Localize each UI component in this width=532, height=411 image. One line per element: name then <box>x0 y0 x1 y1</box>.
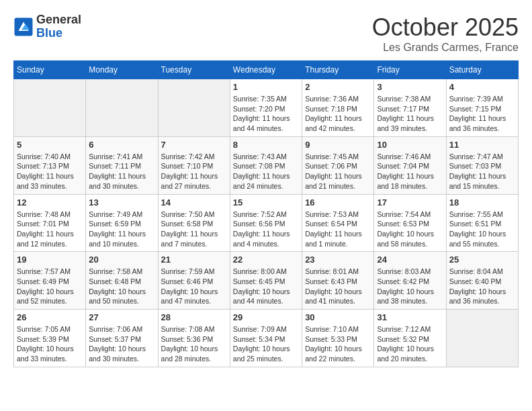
logo-text: General Blue <box>36 13 81 40</box>
day-info: Sunrise: 7:05 AM Sunset: 5:39 PM Dayligh… <box>17 324 83 364</box>
calendar-cell: 16Sunrise: 7:53 AM Sunset: 6:54 PM Dayli… <box>302 194 374 252</box>
page-header: General Blue October 2025 Les Grands Car… <box>13 13 519 54</box>
calendar-cell: 22Sunrise: 8:00 AM Sunset: 6:45 PM Dayli… <box>230 252 302 310</box>
calendar-week-row: 12Sunrise: 7:48 AM Sunset: 7:01 PM Dayli… <box>14 194 519 252</box>
day-number: 30 <box>305 312 371 322</box>
day-info: Sunrise: 8:03 AM Sunset: 6:42 PM Dayligh… <box>377 267 443 306</box>
day-info: Sunrise: 7:35 AM Sunset: 7:20 PM Dayligh… <box>233 94 299 134</box>
logo-general-text: General <box>36 13 81 27</box>
day-info: Sunrise: 7:46 AM Sunset: 7:04 PM Dayligh… <box>377 152 443 191</box>
day-number: 8 <box>233 140 299 150</box>
calendar-cell: 5Sunrise: 7:40 AM Sunset: 7:13 PM Daylig… <box>14 136 86 194</box>
calendar-cell: 25Sunrise: 8:04 AM Sunset: 6:40 PM Dayli… <box>446 252 518 310</box>
day-number: 28 <box>161 312 227 322</box>
weekday-header-wednesday: Wednesday <box>230 61 302 79</box>
calendar-cell: 21Sunrise: 7:59 AM Sunset: 6:46 PM Dayli… <box>158 252 230 310</box>
calendar-table: SundayMondayTuesdayWednesdayThursdayFrid… <box>13 60 519 367</box>
day-number: 24 <box>377 255 443 265</box>
calendar-cell: 26Sunrise: 7:05 AM Sunset: 5:39 PM Dayli… <box>14 310 86 367</box>
weekday-header-friday: Friday <box>374 61 446 79</box>
calendar-week-row: 19Sunrise: 7:57 AM Sunset: 6:49 PM Dayli… <box>14 252 519 310</box>
day-info: Sunrise: 8:00 AM Sunset: 6:45 PM Dayligh… <box>233 267 299 306</box>
day-number: 29 <box>233 312 299 322</box>
day-number: 4 <box>449 82 515 92</box>
day-number: 15 <box>233 197 299 208</box>
day-info: Sunrise: 7:47 AM Sunset: 7:03 PM Dayligh… <box>449 152 515 191</box>
day-info: Sunrise: 7:10 AM Sunset: 5:33 PM Dayligh… <box>305 324 371 364</box>
calendar-cell: 27Sunrise: 7:06 AM Sunset: 5:37 PM Dayli… <box>86 310 158 367</box>
calendar-cell: 1Sunrise: 7:35 AM Sunset: 7:20 PM Daylig… <box>230 79 302 137</box>
day-info: Sunrise: 7:41 AM Sunset: 7:11 PM Dayligh… <box>89 152 154 191</box>
day-number: 3 <box>377 82 443 92</box>
day-number: 5 <box>17 140 83 150</box>
day-number: 10 <box>377 140 443 150</box>
calendar-week-row: 1Sunrise: 7:35 AM Sunset: 7:20 PM Daylig… <box>14 79 519 137</box>
day-number: 9 <box>305 140 371 150</box>
calendar-cell: 19Sunrise: 7:57 AM Sunset: 6:49 PM Dayli… <box>14 252 86 310</box>
day-number: 18 <box>449 197 515 208</box>
calendar-cell: 3Sunrise: 7:38 AM Sunset: 7:17 PM Daylig… <box>374 79 446 137</box>
logo-blue-text: Blue <box>36 27 81 40</box>
weekday-header-monday: Monday <box>86 61 158 79</box>
calendar-cell: 17Sunrise: 7:54 AM Sunset: 6:53 PM Dayli… <box>374 194 446 252</box>
calendar-cell: 14Sunrise: 7:50 AM Sunset: 6:58 PM Dayli… <box>158 194 230 252</box>
day-info: Sunrise: 7:36 AM Sunset: 7:18 PM Dayligh… <box>305 94 371 134</box>
calendar-cell: 2Sunrise: 7:36 AM Sunset: 7:18 PM Daylig… <box>302 79 374 137</box>
day-info: Sunrise: 7:39 AM Sunset: 7:15 PM Dayligh… <box>449 94 515 134</box>
calendar-cell <box>158 79 230 137</box>
day-info: Sunrise: 7:12 AM Sunset: 5:32 PM Dayligh… <box>377 324 443 364</box>
day-number: 7 <box>161 140 227 150</box>
day-info: Sunrise: 7:59 AM Sunset: 6:46 PM Dayligh… <box>161 267 227 306</box>
day-number: 2 <box>305 82 371 92</box>
day-number: 19 <box>17 255 83 265</box>
day-info: Sunrise: 7:55 AM Sunset: 6:51 PM Dayligh… <box>449 210 515 249</box>
calendar-cell: 30Sunrise: 7:10 AM Sunset: 5:33 PM Dayli… <box>302 310 374 367</box>
day-info: Sunrise: 7:06 AM Sunset: 5:37 PM Dayligh… <box>89 324 154 364</box>
day-number: 16 <box>305 197 371 208</box>
day-info: Sunrise: 7:09 AM Sunset: 5:34 PM Dayligh… <box>233 324 299 364</box>
day-info: Sunrise: 7:50 AM Sunset: 6:58 PM Dayligh… <box>161 210 227 249</box>
day-number: 26 <box>17 312 83 322</box>
calendar-cell: 13Sunrise: 7:49 AM Sunset: 6:59 PM Dayli… <box>86 194 158 252</box>
day-info: Sunrise: 7:57 AM Sunset: 6:49 PM Dayligh… <box>17 267 83 306</box>
day-number: 12 <box>17 197 83 208</box>
calendar-cell: 15Sunrise: 7:52 AM Sunset: 6:56 PM Dayli… <box>230 194 302 252</box>
day-info: Sunrise: 7:42 AM Sunset: 7:10 PM Dayligh… <box>161 152 227 191</box>
weekday-header-sunday: Sunday <box>14 61 86 79</box>
calendar-cell: 20Sunrise: 7:58 AM Sunset: 6:48 PM Dayli… <box>86 252 158 310</box>
day-number: 23 <box>305 255 371 265</box>
day-info: Sunrise: 7:40 AM Sunset: 7:13 PM Dayligh… <box>17 152 83 191</box>
calendar-cell: 8Sunrise: 7:43 AM Sunset: 7:08 PM Daylig… <box>230 136 302 194</box>
day-number: 22 <box>233 255 299 265</box>
calendar-cell: 4Sunrise: 7:39 AM Sunset: 7:15 PM Daylig… <box>446 79 518 137</box>
calendar-cell <box>446 310 518 367</box>
day-number: 6 <box>89 140 154 150</box>
calendar-week-row: 26Sunrise: 7:05 AM Sunset: 5:39 PM Dayli… <box>14 310 519 367</box>
calendar-week-row: 5Sunrise: 7:40 AM Sunset: 7:13 PM Daylig… <box>14 136 519 194</box>
day-info: Sunrise: 8:01 AM Sunset: 6:43 PM Dayligh… <box>305 267 371 306</box>
day-number: 13 <box>89 197 154 208</box>
calendar-location: Les Grands Carmes, France <box>372 42 519 54</box>
day-number: 25 <box>449 255 515 265</box>
day-info: Sunrise: 7:52 AM Sunset: 6:56 PM Dayligh… <box>233 210 299 249</box>
calendar-cell: 28Sunrise: 7:08 AM Sunset: 5:36 PM Dayli… <box>158 310 230 367</box>
calendar-cell <box>14 79 86 137</box>
day-info: Sunrise: 7:38 AM Sunset: 7:17 PM Dayligh… <box>377 94 443 134</box>
day-number: 1 <box>233 82 299 92</box>
day-number: 11 <box>449 140 515 150</box>
calendar-cell: 10Sunrise: 7:46 AM Sunset: 7:04 PM Dayli… <box>374 136 446 194</box>
day-info: Sunrise: 8:04 AM Sunset: 6:40 PM Dayligh… <box>449 267 515 306</box>
weekday-header-row: SundayMondayTuesdayWednesdayThursdayFrid… <box>14 61 519 79</box>
weekday-header-thursday: Thursday <box>302 61 374 79</box>
calendar-title: October 2025 <box>372 13 519 42</box>
calendar-cell: 11Sunrise: 7:47 AM Sunset: 7:03 PM Dayli… <box>446 136 518 194</box>
logo: General Blue <box>13 13 81 40</box>
title-block: October 2025 Les Grands Carmes, France <box>372 13 519 54</box>
logo-icon <box>13 17 34 37</box>
day-info: Sunrise: 7:54 AM Sunset: 6:53 PM Dayligh… <box>377 210 443 249</box>
day-info: Sunrise: 7:08 AM Sunset: 5:36 PM Dayligh… <box>161 324 227 364</box>
calendar-cell: 23Sunrise: 8:01 AM Sunset: 6:43 PM Dayli… <box>302 252 374 310</box>
calendar-cell: 6Sunrise: 7:41 AM Sunset: 7:11 PM Daylig… <box>86 136 158 194</box>
calendar-cell: 29Sunrise: 7:09 AM Sunset: 5:34 PM Dayli… <box>230 310 302 367</box>
weekday-header-tuesday: Tuesday <box>158 61 230 79</box>
